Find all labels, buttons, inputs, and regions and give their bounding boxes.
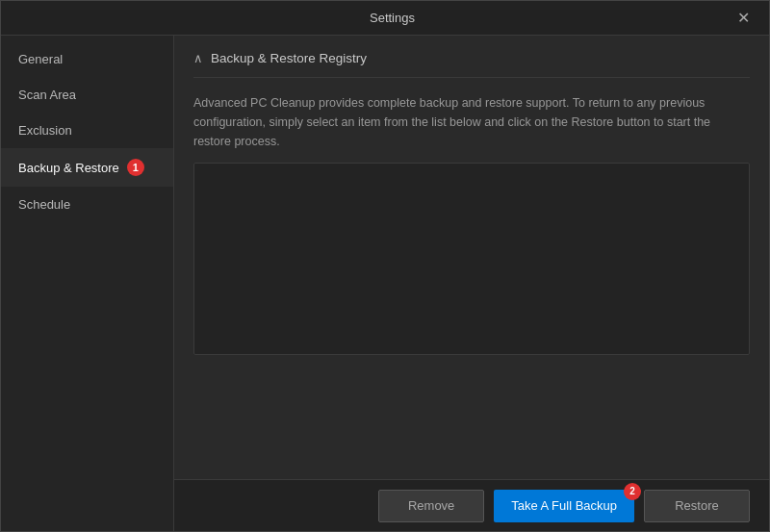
sidebar-item-backup-restore[interactable]: Backup & Restore 1 [1,148,173,187]
content-area: ∧ Backup & Restore Registry Advanced PC … [174,36,769,479]
sidebar-item-general[interactable]: General [1,41,173,77]
dialog-title: Settings [53,11,732,25]
sidebar-item-label: Schedule [18,197,70,212]
backup-restore-badge: 1 [127,159,144,176]
close-button[interactable]: ✕ [732,9,756,28]
backup-list [193,163,750,355]
main-content: ∧ Backup & Restore Registry Advanced PC … [174,36,769,531]
take-full-backup-button[interactable]: Take A Full Backup 2 [494,490,634,522]
sidebar-item-label: Backup & Restore [18,161,119,175]
backup-badge: 2 [624,483,641,500]
section-header: ∧ Backup & Restore Registry [193,51,750,78]
section-description: Advanced PC Cleanup provides complete ba… [193,93,750,151]
sidebar-item-label: Exclusion [18,123,72,138]
sidebar-item-schedule[interactable]: Schedule [1,187,173,222]
sidebar-item-label: Scan Area [18,88,76,102]
settings-dialog: Settings ✕ General Scan Area Exclusion B… [0,0,770,532]
chevron-icon: ∧ [193,51,203,65]
sidebar: General Scan Area Exclusion Backup & Res… [1,36,174,531]
restore-button[interactable]: Restore [644,490,750,522]
section-title: Backup & Restore Registry [211,51,367,65]
sidebar-item-exclusion[interactable]: Exclusion [1,113,173,148]
footer-bar: Remove Take A Full Backup 2 Restore [174,479,769,531]
sidebar-item-label: General [18,52,63,66]
sidebar-item-scan-area[interactable]: Scan Area [1,77,173,113]
dialog-body: General Scan Area Exclusion Backup & Res… [1,36,769,531]
title-bar: Settings ✕ [1,1,769,36]
remove-button[interactable]: Remove [378,490,484,522]
